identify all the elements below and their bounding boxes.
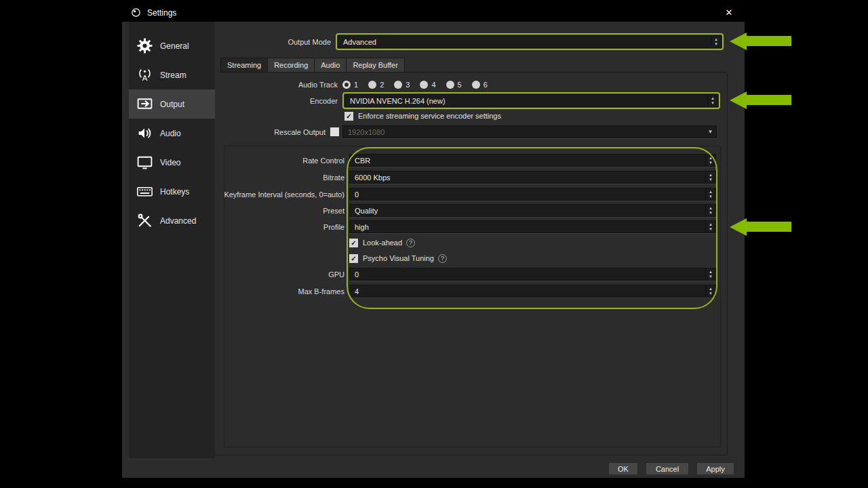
- sidebar-item-label: Audio: [160, 129, 181, 138]
- keyframe-spinbox[interactable]: 0 ▲ ▼: [349, 188, 716, 201]
- lookahead-checkbox[interactable]: ✓: [349, 239, 358, 247]
- encoder-row: Encoder NVIDIA NVENC H.264 (new) ▲ ▼: [220, 92, 720, 109]
- audio-track-radio-1[interactable]: [342, 81, 351, 89]
- spin-up-icon: ▲: [709, 173, 713, 178]
- preset-dropdown-arrows[interactable]: ▲ ▼: [705, 205, 715, 216]
- tab-replay-buffer[interactable]: Replay Buffer: [347, 58, 404, 73]
- cancel-button-label: Cancel: [656, 465, 679, 473]
- audio-track-label: Audio Track: [220, 81, 342, 89]
- svg-text:A: A: [142, 74, 148, 82]
- spin-up-icon: ▲: [709, 222, 713, 227]
- enforce-row: ✓ Enforce streaming service encoder sett…: [344, 111, 501, 121]
- gpu-label: GPU: [200, 270, 349, 279]
- rate-control-row: Rate Control CBR ▲ ▼: [200, 154, 716, 167]
- preset-select[interactable]: Quality ▲ ▼: [349, 204, 716, 217]
- enforce-checkbox[interactable]: ✓: [344, 112, 353, 121]
- sidebar-item-label: General: [160, 41, 189, 51]
- rescale-checkbox[interactable]: [330, 127, 339, 136]
- cancel-button[interactable]: Cancel: [646, 462, 689, 475]
- max-b-frames-spinbox[interactable]: 4 ▲ ▼: [349, 285, 716, 298]
- radio-label: 2: [380, 81, 384, 89]
- spin-up-icon: ▲: [709, 287, 713, 291]
- spin-up-icon: ▲: [714, 37, 718, 42]
- output-mode-value: Advanced: [338, 36, 711, 47]
- bitrate-spinner[interactable]: ▲ ▼: [705, 171, 715, 183]
- sidebar-item-stream[interactable]: A Stream: [129, 60, 215, 89]
- window-title: Settings: [147, 8, 176, 18]
- settings-sidebar: General A Stream Output: [129, 22, 215, 458]
- apply-button[interactable]: Apply: [696, 462, 734, 475]
- radio-label: 1: [354, 81, 358, 89]
- profile-dropdown-arrows[interactable]: ▲ ▼: [705, 221, 715, 232]
- max-b-frames-row: Max B-frames 4 ▲ ▼: [200, 285, 716, 298]
- chevron-down-icon: ▼: [705, 126, 716, 138]
- rescale-row: Rescale Output 1920x1080 ▼: [220, 125, 717, 138]
- profile-select[interactable]: high ▲ ▼: [349, 220, 716, 233]
- tab-audio[interactable]: Audio: [315, 58, 347, 73]
- close-button[interactable]: ✕: [713, 3, 745, 22]
- keyframe-spinner[interactable]: ▲ ▼: [705, 188, 715, 200]
- sidebar-item-output[interactable]: Output: [129, 89, 215, 119]
- encoder-select[interactable]: NVIDIA NVENC H.264 (new) ▲ ▼: [344, 94, 718, 107]
- spin-up-icon: ▲: [711, 96, 715, 101]
- sidebar-item-general[interactable]: General: [129, 31, 215, 60]
- scrollarea-right-edge: [727, 73, 728, 455]
- audio-track-radio-3[interactable]: [394, 81, 402, 89]
- help-icon[interactable]: ?: [406, 239, 415, 247]
- lookahead-row: ✓ Look-ahead ?: [349, 238, 415, 247]
- crossed-tools-icon: [136, 212, 153, 229]
- gear-icon: [136, 37, 153, 54]
- output-mode-select[interactable]: Advanced ▲ ▼: [338, 35, 722, 48]
- annotation-arrow-encoder: [730, 91, 791, 109]
- scrollarea-bottom-edge: [215, 455, 728, 455]
- rate-control-dropdown-arrows[interactable]: ▲ ▼: [705, 155, 715, 166]
- gpu-spinner[interactable]: ▲ ▼: [705, 268, 715, 280]
- display-icon: [136, 154, 153, 171]
- preset-value: Quality: [350, 205, 705, 216]
- apply-button-label: Apply: [706, 465, 725, 473]
- check-icon: ✓: [346, 113, 351, 120]
- audio-track-radio-6[interactable]: [472, 81, 480, 89]
- rate-control-select[interactable]: CBR ▲ ▼: [349, 154, 716, 167]
- bitrate-spinbox[interactable]: 6000 Kbps ▲ ▼: [349, 171, 716, 184]
- rescale-value: 1920x1080: [343, 126, 705, 138]
- encoder-label: Encoder: [220, 97, 342, 105]
- gpu-spinbox[interactable]: 0 ▲ ▼: [349, 268, 716, 281]
- tab-recording[interactable]: Recording: [268, 58, 315, 73]
- keyframe-label: Keyframe Interval (seconds, 0=auto): [200, 190, 349, 199]
- audio-track-radio-5[interactable]: [446, 81, 454, 89]
- tab-streaming[interactable]: Streaming: [220, 58, 268, 73]
- tab-label: Recording: [274, 61, 308, 69]
- tab-label: Streaming: [227, 61, 261, 69]
- ok-button[interactable]: OK: [608, 462, 638, 475]
- audio-track-row: Audio Track 1 2 3 4 5 6: [220, 79, 654, 90]
- profile-row: Profile high ▲ ▼: [200, 220, 716, 233]
- lookahead-label: Look-ahead: [363, 239, 402, 247]
- rescale-select[interactable]: 1920x1080 ▼: [342, 125, 717, 138]
- broadcast-antenna-icon: A: [136, 66, 153, 83]
- radio-label: 3: [406, 81, 410, 89]
- help-icon[interactable]: ?: [438, 254, 447, 263]
- keyframe-row: Keyframe Interval (seconds, 0=auto) 0 ▲ …: [200, 188, 716, 201]
- spin-up-icon: ▲: [709, 156, 713, 161]
- spin-down-icon: ▼: [709, 178, 713, 182]
- arrow-tip: [730, 218, 747, 236]
- encoder-value: NVIDIA NVENC H.264 (new): [345, 95, 707, 106]
- spin-down-icon: ▼: [709, 195, 713, 199]
- output-mode-dropdown-arrows[interactable]: ▲ ▼: [711, 36, 721, 47]
- arrow-shaft: [747, 222, 791, 232]
- preset-label: Preset: [200, 207, 349, 215]
- audio-track-radio-4[interactable]: [420, 81, 428, 89]
- profile-value: high: [350, 221, 705, 232]
- tab-label: Audio: [321, 61, 340, 69]
- radio-label: 5: [458, 81, 462, 89]
- psycho-visual-checkbox[interactable]: ✓: [349, 254, 358, 263]
- spin-down-icon: ▼: [711, 101, 715, 106]
- encoder-dropdown-arrows[interactable]: ▲ ▼: [707, 95, 717, 106]
- arrow-tip: [730, 33, 747, 50]
- sidebar-item-label: Advanced: [160, 216, 196, 226]
- audio-track-radio-2[interactable]: [368, 81, 376, 89]
- sidebar-item-audio[interactable]: Audio: [129, 119, 215, 148]
- check-icon: ✓: [351, 255, 356, 262]
- max-b-frames-spinner[interactable]: ▲ ▼: [705, 285, 715, 297]
